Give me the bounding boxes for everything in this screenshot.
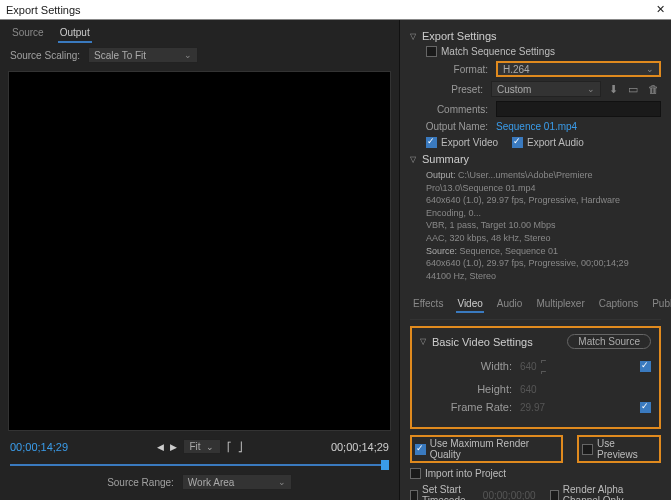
timecode-out: 00;00;14;29 bbox=[331, 441, 389, 453]
framerate-value[interactable]: 29.97 bbox=[520, 402, 545, 413]
format-select[interactable]: H.264 bbox=[496, 61, 661, 77]
caret-icon: ▽ bbox=[410, 155, 416, 164]
timecode-in[interactable]: 00;00;14;29 bbox=[10, 441, 68, 453]
prev-frame-icon[interactable]: ◀ bbox=[157, 442, 164, 452]
source-scaling-label: Source Scaling: bbox=[10, 50, 80, 61]
use-previews-checkbox[interactable] bbox=[582, 444, 593, 455]
tab-video[interactable]: Video bbox=[456, 296, 483, 313]
preset-select[interactable]: Custom bbox=[491, 81, 601, 97]
basic-video-settings: ▽Basic Video Settings Match Source Width… bbox=[410, 326, 661, 429]
left-tabs: Source Output bbox=[0, 20, 399, 43]
titlebar: Export Settings ✕ bbox=[0, 0, 671, 20]
window-title: Export Settings bbox=[6, 4, 81, 16]
tab-effects[interactable]: Effects bbox=[412, 296, 444, 313]
tab-audio[interactable]: Audio bbox=[496, 296, 524, 313]
export-audio-checkbox[interactable] bbox=[512, 137, 523, 148]
width-value[interactable]: 640 bbox=[520, 361, 537, 372]
export-settings-header[interactable]: ▽ Export Settings bbox=[410, 30, 661, 42]
tab-source[interactable]: Source bbox=[10, 24, 46, 43]
framerate-match-checkbox[interactable] bbox=[640, 402, 651, 413]
import-preset-icon[interactable]: ▭ bbox=[626, 83, 640, 96]
set-start-tc-checkbox[interactable] bbox=[410, 490, 418, 500]
source-range-select[interactable]: Work Area bbox=[182, 474, 292, 490]
render-alpha-checkbox[interactable] bbox=[550, 490, 559, 500]
source-scaling-select[interactable]: Scale To Fit bbox=[88, 47, 198, 63]
zoom-fit-select[interactable]: Fit bbox=[183, 439, 221, 454]
export-video-checkbox[interactable] bbox=[426, 137, 437, 148]
tab-multiplexer[interactable]: Multiplexer bbox=[535, 296, 585, 313]
summary-block: Output: C:\User...uments\Adobe\Premiere … bbox=[426, 169, 661, 282]
tab-captions[interactable]: Captions bbox=[598, 296, 639, 313]
import-project-checkbox[interactable] bbox=[410, 468, 421, 479]
settings-tabs: Effects Video Audio Multiplexer Captions… bbox=[410, 290, 661, 320]
max-quality-checkbox[interactable] bbox=[415, 444, 426, 455]
in-point-icon[interactable]: ⎡ bbox=[227, 442, 232, 452]
comments-input[interactable] bbox=[496, 101, 661, 117]
play-icon[interactable]: ▶ bbox=[170, 442, 177, 452]
output-name-link[interactable]: Sequence 01.mp4 bbox=[496, 121, 577, 132]
source-range-label: Source Range: bbox=[107, 477, 174, 488]
link-dimensions-icon[interactable]: ⌐⌐ bbox=[537, 355, 551, 377]
caret-icon: ▽ bbox=[420, 337, 426, 346]
tab-output[interactable]: Output bbox=[58, 24, 92, 43]
tab-publish[interactable]: Publish bbox=[651, 296, 671, 313]
out-point-icon[interactable]: ⎦ bbox=[238, 442, 243, 452]
match-source-button[interactable]: Match Source bbox=[567, 334, 651, 349]
summary-header[interactable]: ▽ Summary bbox=[410, 153, 661, 165]
close-icon[interactable]: ✕ bbox=[656, 3, 665, 16]
width-match-checkbox[interactable] bbox=[640, 361, 651, 372]
height-value[interactable]: 640 bbox=[520, 384, 537, 395]
save-preset-icon[interactable]: ⬇ bbox=[607, 83, 620, 96]
match-sequence-checkbox[interactable] bbox=[426, 46, 437, 57]
preview-area bbox=[8, 71, 391, 431]
caret-icon: ▽ bbox=[410, 32, 416, 41]
timeline-slider[interactable] bbox=[10, 458, 389, 472]
delete-preset-icon[interactable]: 🗑 bbox=[646, 83, 661, 95]
